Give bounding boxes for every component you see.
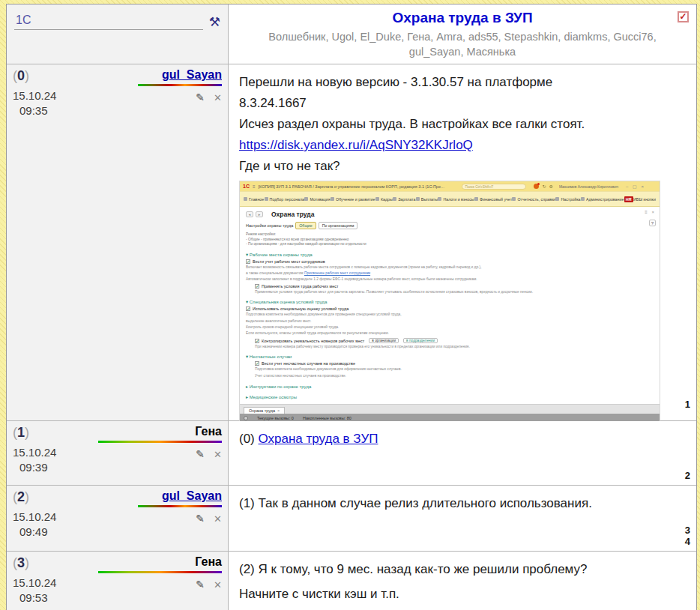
ss-menu-item: Обучение и развитие [331, 197, 375, 202]
message-text: (2) Я к тому, что 9 мес. назад как-то же… [239, 559, 686, 579]
delete-icon[interactable]: ✕ [214, 92, 222, 103]
ss-menu-item: Кадры [375, 197, 393, 202]
message-date: 15.10.24 [13, 446, 56, 459]
ss-help-text: Автоматически заполняет в подразделе 1.2… [246, 277, 654, 282]
ss-checkbox: ✓ [255, 361, 259, 366]
ss-titlebar: 1С ≡ [КОПИЯ] ЗУП 3.1 РАБОЧАЯ / Зарплата … [240, 181, 660, 191]
ss-checkbox-label: Применять условия труда рабочих мест [262, 284, 339, 289]
ss-menu-bar: Главное Подбор персонала Мотивация Обуче… [240, 191, 660, 207]
message-number[interactable]: 0 [13, 68, 29, 84]
author-rating-bar [138, 505, 222, 507]
message-number[interactable]: 2 [13, 489, 29, 505]
message-row: 0 15.10.24 09:35 gul_Sayan ✎✕ Перешли на… [7, 64, 696, 421]
reply-ref: (0) [239, 432, 255, 446]
message-date: 15.10.24 [13, 89, 56, 102]
author-rating-bar [138, 84, 222, 86]
ss-menu-item: Администрирование [581, 197, 624, 202]
ss-window-title: [КОПИЯ] ЗУП 3.1 РАБОЧАЯ / Зарплата и упр… [258, 184, 445, 189]
header-row: ⚒ Охрана труда в ЗУП Волшебник, Ugol, El… [7, 4, 696, 64]
tools-icon[interactable]: ⚒ [209, 16, 220, 30]
ss-checkbox-label: Вести учет рабочих мест сотрудников [253, 259, 325, 264]
message-date: 15.10.24 [13, 576, 56, 589]
message-number[interactable]: 1 [13, 425, 29, 441]
search-input[interactable] [14, 12, 203, 30]
message-body: (2) Я к тому, что 9 мес. назад как-то же… [229, 552, 696, 610]
author-name: Гена [195, 555, 222, 568]
message-meta: 3 15.10.24 09:53 Гена ✎✕ [7, 552, 229, 610]
ss-help-text: Применяются условия труда рабочих мест д… [255, 290, 654, 295]
message-ref-number[interactable]: 2 [685, 470, 690, 481]
edit-icon[interactable]: ✎ [196, 579, 205, 591]
ss-menu-item: Подбор персонала [265, 197, 304, 202]
ss-checkbox-label: Вести учет несчастных случаев на произво… [262, 361, 355, 366]
attached-screenshot: 1С ≡ [КОПИЯ] ЗУП 3.1 РАБОЧАЯ / Зарплата … [239, 181, 660, 423]
ss-hr-badge: HR [624, 196, 633, 202]
ss-help-text: а также специальным документом Присвоени… [246, 271, 654, 276]
ss-button-in-dept: в подразделении [403, 338, 438, 343]
author-rating-bar [98, 441, 222, 443]
ss-status-current: Текущие вызовы: 0 [257, 416, 294, 420]
ss-section-title: ▾ Специальная оценка условий труда [246, 299, 654, 304]
ss-status-total: Накопленные вызовы: 80 [303, 416, 351, 420]
participants-list: Волшебник, Ugol, El_Duke, Гена, Amra, ad… [256, 29, 669, 60]
delete-icon[interactable]: ✕ [214, 449, 222, 460]
ss-search-box: Поиск Ctrl+Shift+F [462, 184, 526, 190]
message-ref-number[interactable]: 3 4 [685, 525, 690, 547]
message-date: 15.10.24 [13, 510, 56, 523]
ss-help-text: Если используется, классы условий труда … [246, 331, 654, 336]
ss-hamburger-icon: ≡ [253, 184, 256, 189]
message-text: Перешли на новую версию - 3.1.30.57 на п… [239, 72, 686, 93]
message-number[interactable]: 3 [13, 555, 29, 571]
message-body: (1) Так в данном случае релиз длительног… [229, 486, 696, 551]
message-text: Начните с чистки кэш и т.п. [239, 584, 686, 604]
ss-menu-item: Мотивация [304, 197, 330, 202]
ss-checkbox: ✓ [246, 306, 250, 311]
ss-menu-item: Отчетность, справки [512, 197, 555, 202]
ss-collapsed-section: ▸ Медицинские осмотры [246, 394, 654, 399]
ss-notification-icon [534, 184, 539, 189]
ss-checkbox: ✓ [255, 339, 259, 343]
edit-icon[interactable]: ✎ [196, 513, 205, 525]
topic-link[interactable]: Охрана труда в ЗУП [259, 432, 378, 446]
message-row: 2 15.10.24 09:49 gul_Sayan ✎✕ (1) Так в … [7, 486, 696, 552]
message-ref-number[interactable]: 1 [685, 399, 690, 410]
ss-1c-logo: 1С [243, 184, 250, 189]
ss-checkbox: ✓ [255, 284, 259, 289]
search-panel: ⚒ [7, 4, 229, 64]
ss-open-tab: Охрана труда× [244, 407, 285, 414]
ss-checkbox-label: Контролировать уникальность номеров рабо… [262, 339, 364, 343]
ss-tab-close-icon: × [277, 408, 280, 413]
ss-tab-by-org: По организациям [319, 222, 358, 229]
topic-header: Охрана труда в ЗУП Волшебник, Ugol, El_D… [229, 4, 696, 64]
ss-tab-common: Общие [295, 222, 316, 229]
message-body: Перешли на новую версию - 3.1.30.57 на п… [229, 64, 696, 420]
edit-icon[interactable]: ✎ [196, 91, 205, 103]
message-text: (1) Так в данном случае релиз длительног… [239, 493, 686, 513]
ss-menu-item: Выплаты [416, 197, 438, 202]
ss-help-text: Подготовка комплекта необходимых докумен… [246, 312, 654, 317]
ss-menu-item: Главное [244, 197, 264, 202]
edit-icon[interactable]: ✎ [196, 448, 205, 460]
ss-tab-bar: Охрана труда× [240, 404, 660, 414]
ss-help-text: Контроль сроков очередной спецоценки усл… [246, 325, 654, 330]
ss-menu-item: ИВЫ кнопки [633, 197, 656, 202]
watch-checkbox[interactable]: ✓ [678, 11, 689, 22]
ss-checkbox-label: Использовать специальную оценку условий … [253, 306, 349, 311]
ss-mode-line: - По организациям - для настройки каждой… [246, 242, 654, 247]
yandex-disk-link[interactable]: https://disk.yandex.ru/i/AqSNY32KKJrloQ [239, 138, 473, 152]
ss-status-icon [244, 416, 248, 420]
message-row: 3 15.10.24 09:53 Гена ✎✕ (2) Я к тому, ч… [7, 552, 696, 610]
message-time: 09:49 [19, 525, 48, 538]
author-link[interactable]: gul_Sayan [162, 489, 222, 502]
delete-icon[interactable]: ✕ [214, 579, 222, 591]
page-title: Охрана труда в ЗУП [239, 10, 686, 26]
delete-icon[interactable]: ✕ [214, 513, 222, 525]
author-link[interactable]: gul_Sayan [162, 68, 222, 81]
message-meta: 1 15.10.24 09:39 Гена ✎✕ [7, 421, 229, 485]
ss-help-text: При назначении номера рабочему месту про… [255, 345, 654, 349]
ss-help-text: Подготовка комплекта необходимых докумен… [255, 367, 654, 372]
ss-collapsed-section: ▸ Инструктажи по охране труда [246, 384, 654, 389]
message-time: 09:53 [19, 591, 48, 604]
ss-menu-item: Налоги и взносы [438, 197, 474, 202]
ss-menu-item: Настройка [555, 197, 580, 202]
